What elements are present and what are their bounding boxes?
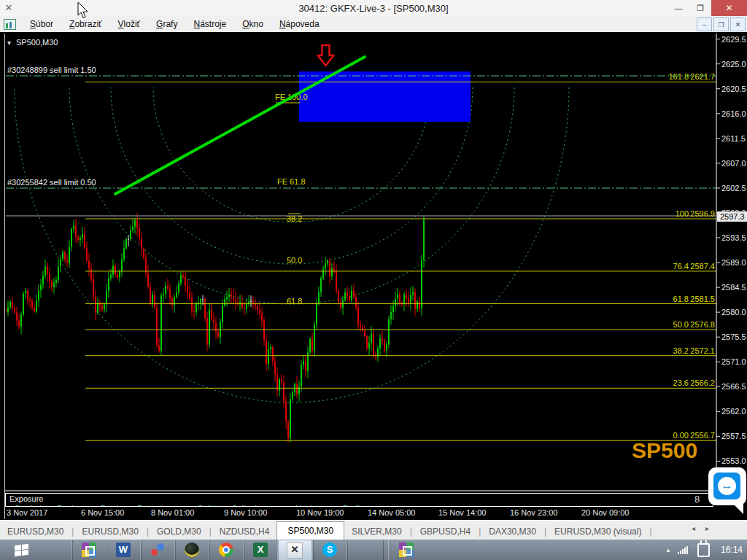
candle-body <box>121 260 123 271</box>
chart-tab-eurusdm30[interactable]: EURUSD,M30 <box>0 524 71 540</box>
chart-tab-gbpusdh4[interactable]: GBPUSD,H4 <box>413 524 478 540</box>
candle-body <box>117 274 118 277</box>
candle-body <box>261 314 263 321</box>
mouse-cursor <box>76 1 90 20</box>
chart-symbol-label: SP500,M30 <box>16 38 58 47</box>
candle-body <box>412 292 414 295</box>
tray-expand-icon[interactable]: ▲ <box>665 547 671 553</box>
taskbar-item-mt4[interactable]: ✕ <box>277 540 312 560</box>
taskbar-item-excel[interactable]: X <box>243 540 277 560</box>
exposure-panel[interactable]: Exposure SymbolDealsBuy lotsBuy priceSel… <box>5 493 713 507</box>
taskbar-item-dots[interactable] <box>140 540 174 560</box>
taskbar-item-word[interactable]: W <box>106 540 140 560</box>
candle-body <box>226 297 228 299</box>
globe-icon <box>185 542 199 557</box>
chart-tab-nzdusdh4[interactable]: NZDUSD,H4 <box>212 524 277 540</box>
candle-body <box>139 228 140 238</box>
candle-body <box>64 252 66 260</box>
candle-body <box>20 314 22 326</box>
candle-body <box>176 292 177 297</box>
exposure-title: Exposure <box>9 494 43 503</box>
candle-body <box>71 229 72 246</box>
fibo-price-label: 2572.1 <box>690 346 715 355</box>
fibo-level-label: 50.0 <box>673 320 689 329</box>
arc-level-label: 61.8 <box>287 297 302 306</box>
candle-body <box>395 299 396 306</box>
candle-body <box>327 261 328 263</box>
candle-body <box>421 260 422 308</box>
fibo-price-label: 2596.9 <box>690 209 715 218</box>
chart-tab-eurusdm30[interactable]: EURUSD,M30 <box>74 524 145 540</box>
candle-body <box>305 361 306 370</box>
candle-body <box>141 238 142 249</box>
system-tray: ▲ 16:14 <box>665 540 743 560</box>
candle-body <box>287 421 289 438</box>
candle-body <box>196 303 197 312</box>
fibo-price-label: 2566.2 <box>690 378 715 387</box>
taskbar-item-explorer[interactable] <box>347 540 381 560</box>
chart-tab-eurusdm30visual[interactable]: EURUSD,M30 (visual) <box>547 524 649 540</box>
candle-body <box>93 279 94 297</box>
price-axis-label: 2625.0 <box>721 60 746 69</box>
candle-body <box>158 345 160 351</box>
price-axis-label: 2589.0 <box>721 258 746 267</box>
candle-body <box>336 271 337 290</box>
candle-body <box>423 219 425 260</box>
candle-body <box>189 293 190 298</box>
candle-body <box>95 297 96 313</box>
chrome-icon <box>219 542 233 557</box>
taskbar-item-chrome[interactable] <box>209 540 243 560</box>
time-axis[interactable]: 3 Nov 20176 Nov 15:008 Nov 01:009 Nov 10… <box>5 507 716 519</box>
fe-label: FE 61.8 <box>277 177 306 186</box>
candle-body <box>217 332 219 337</box>
candle-body <box>331 268 333 276</box>
candle-body <box>213 319 214 323</box>
candle-body <box>62 252 63 259</box>
fibo-price-label: 2556.7 <box>690 431 715 440</box>
candle-body <box>399 294 400 303</box>
candle-body <box>397 294 398 298</box>
price-axis-label: 2571.0 <box>721 357 746 366</box>
chart-tab-goldm30[interactable]: GOLD,M30 <box>150 524 209 540</box>
candle-body <box>80 238 81 240</box>
candle-body <box>130 230 131 239</box>
chart-tab-silverm30[interactable]: SILVER,M30 <box>344 524 409 540</box>
candle-body <box>125 239 127 248</box>
power-icon[interactable] <box>697 543 710 557</box>
candle-body <box>390 312 392 319</box>
candle-body <box>178 284 179 292</box>
candle-body <box>204 299 206 318</box>
taskbar-item-photos[interactable] <box>389 540 423 560</box>
teamviewer-icon: ↔ <box>713 472 740 499</box>
taskbar-item-photos[interactable] <box>71 540 106 560</box>
candle-body <box>101 306 103 310</box>
network-signal-icon[interactable] <box>678 545 688 554</box>
time-label: 15 Nov 14:00 <box>438 508 486 517</box>
candle-body <box>191 298 193 311</box>
word-icon: W <box>116 542 131 557</box>
candle-body <box>185 277 186 287</box>
time-label: 10 Nov 19:00 <box>296 508 344 517</box>
candle-body <box>123 249 125 260</box>
chart-tab-dax30m30[interactable]: DAX30,M30 <box>481 524 543 540</box>
taskbar-item-skype[interactable]: S <box>312 540 347 560</box>
taskbar-item-globe[interactable] <box>174 540 209 560</box>
order-label: #30248899 sell limit 1.50 <box>7 66 96 74</box>
candle-body <box>47 266 48 273</box>
dots-icon <box>150 542 165 557</box>
candle-body <box>250 301 252 302</box>
time-label: 6 Nov 15:00 <box>81 508 124 517</box>
candle-body <box>318 292 320 304</box>
candle-body <box>353 290 355 297</box>
time-label: 8 Nov 01:00 <box>151 508 194 517</box>
candle-body <box>296 384 298 394</box>
start-button[interactable] <box>0 540 42 560</box>
candle-body <box>108 278 109 290</box>
time-label: 20 Nov 09:00 <box>581 508 629 517</box>
teamviewer-popup[interactable]: ↔ <box>708 467 746 505</box>
clock[interactable]: 16:14 <box>721 545 743 555</box>
chart-tab-sp500m30[interactable]: SP500,M30 <box>276 521 344 540</box>
price-axis-label: 2562.0 <box>721 407 746 416</box>
candle-body <box>16 312 18 320</box>
chart-canvas[interactable]: SP500161.82621.71002596.976.42587.461.82… <box>0 0 747 560</box>
